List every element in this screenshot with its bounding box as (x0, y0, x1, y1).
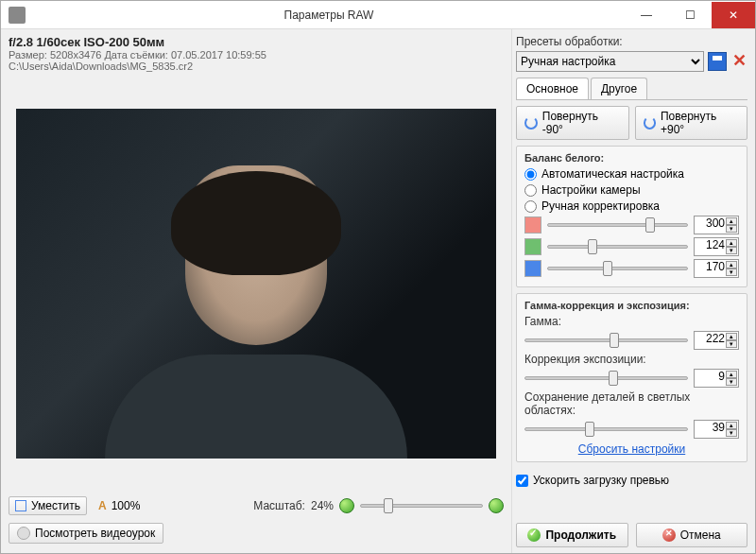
highlight-label: Сохранение деталей в светлых областях: (524, 390, 739, 417)
rotate-right-button[interactable]: Повернуть +90° (635, 106, 748, 140)
wb-camera-label: Настройки камеры (541, 183, 641, 197)
exposure-label: Коррекция экспозиции: (524, 353, 739, 366)
scale-value: 24% (311, 499, 334, 512)
cancel-icon (662, 528, 676, 542)
wb-auto-label: Автоматическая настройка (541, 167, 684, 181)
cancel-button[interactable]: Отмена (636, 523, 748, 547)
video-tutorial-button[interactable]: Посмотреть видеоурок (9, 523, 163, 544)
tab-other[interactable]: Другое (591, 78, 647, 99)
exif-line: f/2.8 1/60сек ISO-200 50мм (9, 35, 504, 49)
rotate-left-label: Повернуть -90° (542, 110, 621, 136)
window-title: Параметры RAW (33, 9, 625, 22)
wb-auto-radio[interactable]: Автоматическая настройка (524, 167, 739, 181)
rotate-left-icon (524, 116, 538, 130)
blue-swatch (524, 260, 541, 277)
blue-value[interactable]: 170▴▾ (694, 259, 739, 278)
size-date-line: Размер: 5208x3476 Дата съёмки: 07.05.201… (9, 49, 504, 61)
zoom-100-label: 100% (112, 499, 141, 512)
wb-manual-label: Ручная корректировка (541, 199, 660, 213)
left-panel: f/2.8 1/60сек ISO-200 50мм Размер: 5208x… (1, 29, 511, 553)
video-label: Посмотреть видеоурок (35, 527, 155, 540)
a-icon: A (98, 499, 107, 512)
ok-label: Продолжить (545, 528, 616, 542)
fit-label: Уместить (31, 499, 80, 512)
cancel-label: Отмена (680, 528, 721, 542)
exposure-value[interactable]: 9▴▾ (694, 369, 739, 388)
video-icon (17, 527, 30, 540)
red-value[interactable]: 300▴▾ (694, 216, 739, 234)
gamma-title: Гамма-коррекция и экспозиция: (524, 300, 739, 311)
zoom-100-button[interactable]: A 100% (93, 497, 146, 514)
titlebar: Параметры RAW — ☐ ✕ (1, 1, 755, 29)
white-balance-group: Баланс белого: Автоматическая настройка … (516, 146, 747, 287)
presets-label: Пресеты обработки: (516, 35, 747, 48)
close-button[interactable]: ✕ (712, 2, 755, 28)
delete-preset-button[interactable]: ✕ (730, 53, 747, 70)
save-preset-button[interactable] (708, 52, 727, 71)
zoom-out-button[interactable] (339, 498, 354, 513)
fast-preview-label: Ускорить загрузку превью (533, 474, 669, 487)
fast-preview-checkbox[interactable]: Ускорить загрузку превью (516, 474, 747, 487)
minimize-button[interactable]: — (625, 2, 668, 28)
red-slider[interactable] (547, 223, 688, 227)
gamma-value[interactable]: 222▴▾ (694, 331, 739, 350)
gamma-group: Гамма-коррекция и экспозиция: Гамма: 222… (516, 293, 747, 462)
exposure-slider[interactable] (524, 376, 688, 380)
app-icon (9, 7, 26, 24)
preview-area (9, 79, 504, 487)
window-controls: — ☐ ✕ (625, 2, 755, 28)
zoom-in-button[interactable] (489, 498, 504, 513)
red-swatch (524, 216, 541, 234)
green-value[interactable]: 124▴▾ (694, 237, 739, 256)
wb-camera-radio[interactable]: Настройки камеры (524, 183, 739, 197)
green-slider[interactable] (547, 245, 688, 249)
presets-select[interactable]: Ручная настройка (516, 51, 704, 72)
fit-button[interactable]: Уместить (9, 496, 87, 515)
right-panel: Пресеты обработки: Ручная настройка ✕ Ос… (511, 29, 755, 553)
ok-button[interactable]: Продолжить (516, 523, 628, 547)
highlight-slider[interactable] (524, 427, 688, 431)
rotate-right-label: Повернуть +90° (661, 110, 739, 136)
ok-icon (527, 528, 541, 542)
reset-link[interactable]: Сбросить настройки (578, 442, 685, 456)
maximize-button[interactable]: ☐ (668, 2, 712, 28)
preview-image[interactable] (16, 109, 496, 459)
rotate-left-button[interactable]: Повернуть -90° (516, 106, 629, 140)
path-line: C:\Users\Aida\Downloads\MG_5835.cr2 (9, 61, 504, 72)
fit-icon (15, 500, 26, 511)
scale-label: Масштаб: (253, 499, 305, 512)
green-swatch (524, 238, 541, 255)
tabs: Основное Другое (516, 78, 747, 100)
gamma-slider[interactable] (524, 338, 688, 342)
wb-manual-radio[interactable]: Ручная корректировка (524, 199, 739, 213)
zoom-slider[interactable] (360, 504, 483, 508)
image-info: f/2.8 1/60сек ISO-200 50мм Размер: 5208x… (9, 35, 504, 72)
tab-main[interactable]: Основное (516, 78, 589, 99)
rotate-right-icon (644, 116, 656, 130)
blue-slider[interactable] (547, 267, 688, 270)
highlight-value[interactable]: 39▴▾ (694, 420, 739, 439)
gamma-label: Гамма: (524, 315, 739, 328)
wb-title: Баланс белого: (524, 152, 739, 164)
